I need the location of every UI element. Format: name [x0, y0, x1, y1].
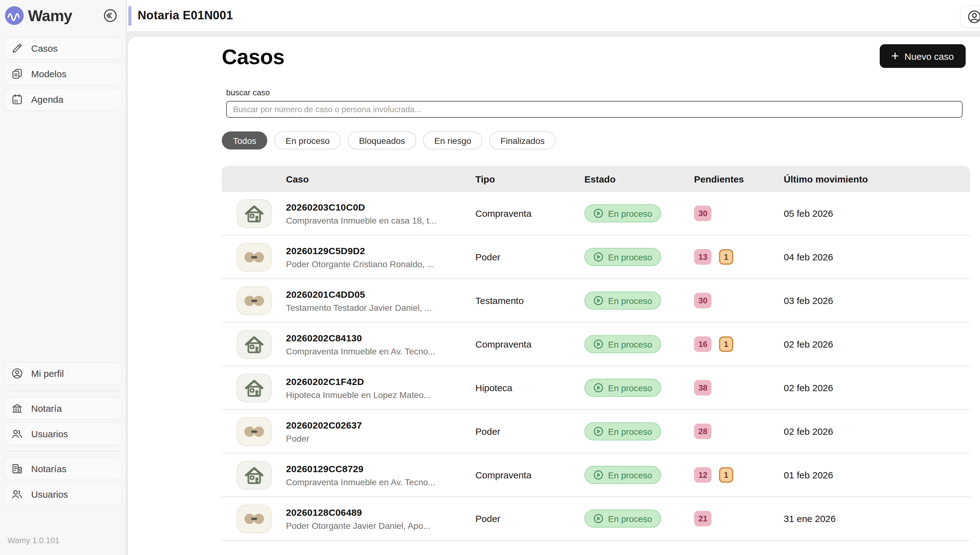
- filter-bloqueados[interactable]: Bloqueados: [348, 132, 416, 149]
- status-badge: En proceso: [584, 248, 661, 266]
- svg-text:31: 31: [14, 99, 18, 103]
- status-badge: En proceso: [584, 510, 661, 528]
- app-name: Wamy: [28, 6, 72, 25]
- case-id: 20260203C10C0D: [286, 202, 475, 212]
- table-row[interactable]: 20260202C1F42D Hipoteca Inmueble en Lope…: [222, 366, 970, 410]
- play-circle-icon: [593, 470, 604, 480]
- column-header-pendientes: Pendientes: [694, 173, 784, 184]
- status-label: En proceso: [608, 427, 652, 436]
- pending-count-badge: 38: [694, 380, 712, 396]
- pending-alert-badge: 1: [719, 467, 733, 483]
- filter-todos[interactable]: Todos: [222, 132, 268, 149]
- app-root: Wamy Casos Modelos 31 Agenda Mi perfil: [0, 0, 980, 555]
- sidebar-item-label: Mi perfil: [31, 368, 64, 379]
- collapse-sidebar-icon[interactable]: [102, 8, 119, 24]
- case-id: 20260201C4DD05: [286, 289, 475, 299]
- play-circle-icon: [593, 252, 604, 262]
- documents-icon: [11, 68, 23, 80]
- last-movement-date: 04 feb 2026: [784, 252, 970, 262]
- page-title: Casos: [222, 43, 284, 71]
- handshake-icon: [243, 293, 265, 308]
- sidebar-item-label: Agenda: [31, 94, 63, 105]
- last-movement-date: 31 ene 2026: [784, 513, 970, 524]
- user-menu-button[interactable]: [960, 6, 980, 28]
- play-circle-icon: [593, 513, 604, 524]
- sidebar-item-modelos[interactable]: Modelos: [4, 62, 122, 85]
- content-card: Casos + Nuevo caso buscar caso Todos En …: [127, 36, 980, 555]
- sidebar-divider: [5, 451, 121, 452]
- last-movement-date: 02 feb 2026: [784, 426, 970, 437]
- logo-row: Wamy: [0, 0, 126, 29]
- pending-count-badge: 28: [694, 423, 712, 439]
- case-type: Hipoteca: [475, 382, 584, 393]
- search-input[interactable]: [226, 101, 962, 118]
- table-row[interactable]: 20260203C10C0D Compraventa Inmueble en c…: [222, 192, 970, 236]
- pending-count-badge: 13: [694, 249, 712, 265]
- pending-count-badge: 30: [694, 293, 712, 308]
- filter-en-proceso[interactable]: En proceso: [274, 132, 341, 149]
- case-description: Poder Otorgante Cristiano Ronaldo, ...: [286, 259, 475, 269]
- sidebar-item-notarias[interactable]: Notarías: [4, 457, 122, 480]
- user-circle-icon: [967, 10, 980, 24]
- play-circle-icon: [593, 295, 604, 306]
- users-icon: [11, 428, 23, 440]
- case-id: 20260128C06489: [286, 507, 475, 517]
- notary-title: Notaria E01N001: [138, 9, 233, 22]
- sidebar-item-notaria[interactable]: Notaría: [4, 397, 122, 420]
- case-description: Hipoteca Inmueble en Lopez Mateo...: [286, 390, 475, 399]
- sidebar-item-label: Modelos: [31, 69, 66, 79]
- app-version: Wamy 1.0.101: [4, 508, 122, 549]
- table-row[interactable]: 20260129C5D9D2 Poder Otorgante Cristiano…: [222, 236, 970, 279]
- table-row[interactable]: 20260202C02637 Poder Poder En proceso 28…: [222, 410, 970, 454]
- sidebar-item-usuarios[interactable]: Usuarios: [4, 422, 122, 445]
- column-header-caso: Caso: [286, 173, 475, 184]
- status-badge: En proceso: [584, 204, 661, 222]
- sidebar-item-mi-perfil[interactable]: Mi perfil: [4, 362, 122, 385]
- case-description: Compraventa Inmueble en Av. Tecno...: [286, 346, 475, 356]
- house-icon: [242, 203, 266, 224]
- user-circle-icon: [11, 367, 23, 379]
- case-description: Compraventa Inmueble en casa 18, t...: [286, 215, 475, 225]
- status-badge: En proceso: [584, 335, 661, 353]
- sidebar-item-label: Casos: [31, 43, 58, 54]
- plus-icon: +: [891, 49, 899, 62]
- filter-finalizados[interactable]: Finalizados: [489, 132, 556, 149]
- pending-alert-badge: 1: [719, 336, 733, 352]
- topbar: Notaria E01N001: [127, 0, 980, 31]
- calendar-icon: 31: [11, 93, 23, 105]
- play-circle-icon: [593, 339, 604, 350]
- table-row[interactable]: 20260202C84130 Compraventa Inmueble en A…: [222, 322, 970, 366]
- status-label: En proceso: [608, 513, 652, 523]
- status-label: En proceso: [608, 470, 652, 480]
- handshake-icon: [243, 511, 265, 526]
- sidebar-item-usuarios-admin[interactable]: Usuarios: [4, 483, 122, 506]
- case-id: 20260129CC8729: [286, 463, 475, 474]
- new-case-button[interactable]: + Nuevo caso: [879, 44, 966, 68]
- filter-en-riesgo[interactable]: En riesgo: [423, 132, 482, 149]
- cases-table: Caso Tipo Estado Pendientes Último movim…: [222, 166, 970, 541]
- case-description: Testamento Testador Javier Daniel, ...: [286, 302, 475, 313]
- table-row[interactable]: 20260201C4DD05 Testamento Testador Javie…: [222, 279, 970, 322]
- case-description: Poder Otorgante Javier Daniel, Apo...: [286, 520, 475, 530]
- case-description: Poder: [286, 433, 475, 443]
- bank-icon: [11, 403, 23, 414]
- house-icon: [242, 334, 266, 355]
- sidebar-item-agenda[interactable]: 31 Agenda: [4, 88, 122, 111]
- case-type: Poder: [475, 426, 584, 437]
- sidebar-item-casos[interactable]: Casos: [4, 37, 122, 60]
- last-movement-date: 05 feb 2026: [784, 208, 970, 219]
- table-header: Caso Tipo Estado Pendientes Último movim…: [222, 166, 970, 192]
- case-id: 20260202C02637: [286, 420, 475, 430]
- column-header-ultimo-movimiento: Último movimiento: [784, 173, 970, 184]
- case-type: Testamento: [475, 295, 584, 306]
- table-row[interactable]: 20260129CC8729 Compraventa Inmueble en A…: [222, 454, 970, 497]
- house-icon: [242, 464, 266, 486]
- status-label: En proceso: [608, 295, 652, 306]
- last-movement-date: 01 feb 2026: [784, 470, 970, 480]
- handshake-icon: [243, 249, 265, 265]
- play-circle-icon: [593, 208, 604, 219]
- case-id: 20260202C84130: [286, 332, 475, 343]
- buildings-icon: [11, 463, 23, 475]
- table-row[interactable]: 20260128C06489 Poder Otorgante Javier Da…: [222, 497, 970, 541]
- wamy-logo-icon: [5, 6, 24, 25]
